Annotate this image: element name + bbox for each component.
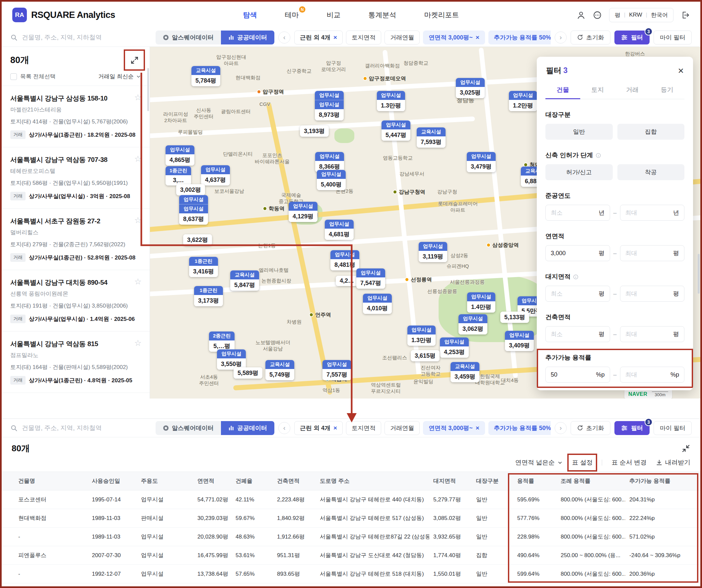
table-row[interactable]: 피엔폴루스2007-07-30업무시설16,475.99평53.61%951.3… <box>2 546 700 565</box>
map-canvas[interactable]: 압구정신현대아파트 현대백화점 압구정역 신구중학교 압구정로데오거리 갤러리아… <box>150 47 700 398</box>
listing-card[interactable]: 서울특별시 강남구 역삼동 815 ☆ 점프밀라노 토지(대) 164평 · 건… <box>2 331 150 392</box>
map-marker[interactable]: 3,193평 <box>300 125 329 137</box>
map-marker[interactable]: 5,589평 <box>234 367 262 379</box>
nav-item[interactable]: 통계분석 <box>369 10 396 20</box>
map-marker[interactable]: 업무시설 1.3만평 <box>407 326 436 346</box>
favorite-star-icon[interactable]: ☆ <box>134 154 142 163</box>
table-row[interactable]: -1989-11-03업무시설20,028.90평48.63%1,912.66평… <box>2 527 700 546</box>
range-min-input[interactable]: 최소년 <box>546 205 610 221</box>
map-marker[interactable]: 2종근린 5,…평 <box>209 332 235 352</box>
download-button[interactable]: 내려받기 <box>656 458 690 467</box>
select-all-checkbox[interactable] <box>10 73 17 80</box>
favorite-star-icon[interactable]: ☆ <box>134 215 142 225</box>
remove-chip-icon[interactable]: × <box>476 425 479 432</box>
close-icon[interactable]: × <box>678 66 684 76</box>
search-input[interactable]: 건물명, 주소, 지역, 지하철역 <box>10 33 152 42</box>
map-marker[interactable]: 1종근린 3,173평 <box>194 286 223 306</box>
favorite-star-icon[interactable]: ☆ <box>134 93 142 102</box>
filter-option-button[interactable]: 집합 <box>617 124 685 140</box>
table-settings-button[interactable]: 표 설정 <box>572 458 592 467</box>
reset-filters-button[interactable]: 초기화 <box>571 30 610 44</box>
user-icon[interactable] <box>577 11 586 20</box>
map-marker[interactable]: 업무시설 4,865평 <box>165 145 195 165</box>
filter-chip[interactable]: 거래연월 <box>384 421 420 435</box>
filter-option-button[interactable]: 허가/신고 <box>546 164 613 180</box>
map-marker[interactable]: 1종근린 3,416평 <box>189 257 218 277</box>
map-marker[interactable]: 업무시설 4,681평 <box>325 220 354 240</box>
map-marker[interactable]: 교육시설 3,459평 <box>451 362 479 382</box>
filter-button[interactable]: 필터3 <box>614 421 650 435</box>
map-marker[interactable]: 업무시설 3,062평 <box>459 314 487 335</box>
filter-panel-tab[interactable]: 건물 <box>546 81 580 99</box>
nav-item[interactable]: 탐색 <box>243 10 257 20</box>
chips-scroll-right-button[interactable]: › <box>555 31 567 43</box>
map-marker[interactable]: 교육시설 5,847평 <box>230 270 259 291</box>
range-max-input[interactable]: 최대년 <box>620 205 685 221</box>
search-input[interactable]: 건물명, 주소, 지역, 지하철역 <box>10 424 152 432</box>
my-filter-button[interactable]: 마이 필터 <box>654 30 692 44</box>
nav-item[interactable]: 비교 <box>327 10 341 20</box>
rsquare-data-button[interactable]: 알스퀘어데이터 <box>155 30 221 44</box>
map-marker[interactable]: 업무시설 업무시설 8,637평 <box>179 195 208 225</box>
table-sort-dropdown[interactable]: 연면적 넓은순 <box>515 458 563 467</box>
select-all-control[interactable]: 목록 전체선택 <box>10 73 56 80</box>
listing-card[interactable]: 서울특별시 강남구 삼성동 158-10 ☆ 마젤란21아스테리움 토지(대) … <box>2 86 150 147</box>
range-max-input[interactable]: 최대평 <box>620 245 685 261</box>
map-marker[interactable]: 업무시설 7,547평 <box>356 268 385 289</box>
filter-chip[interactable]: 추가가능 용적률 50%p~× <box>488 421 551 435</box>
map-marker[interactable]: 3,615평 <box>411 350 440 361</box>
more-menu-icon[interactable] <box>593 11 602 20</box>
nav-item[interactable]: 마켓리포트 <box>424 10 459 20</box>
filter-panel-tab[interactable]: 등기 <box>650 81 684 99</box>
range-max-input[interactable]: 최대평 <box>620 286 685 302</box>
public-data-button[interactable]: 공공데이터 <box>221 30 274 44</box>
listing-card[interactable]: 서울특별시 강남구 논현동 6-2 ☆ DOSAN150 토지(대) 264평 … <box>2 392 150 398</box>
map-marker[interactable]: 업무시설 8,366평 <box>315 152 344 172</box>
filter-chip[interactable]: 거래연월 <box>384 30 420 44</box>
filter-button[interactable]: 필터3 <box>614 30 650 44</box>
listing-card[interactable]: 서울특별시 강남구 역삼동 707-38 ☆ 테헤란로오피스텔 토지(대) 58… <box>2 147 150 208</box>
map-marker[interactable]: 5,133평 <box>500 312 529 323</box>
map-marker[interactable]: 업무시설 3,479평 <box>467 152 496 172</box>
public-data-button[interactable]: 공공데이터 <box>221 421 274 435</box>
remove-chip-icon[interactable]: × <box>333 34 337 41</box>
collapse-table-button[interactable] <box>681 444 690 453</box>
chips-scroll-right-button[interactable]: › <box>555 422 567 434</box>
reset-filters-button[interactable]: 초기화 <box>571 421 610 435</box>
favorite-star-icon[interactable]: ☆ <box>134 277 142 286</box>
filter-chip[interactable]: 추가가능 용적률 50%p~× <box>488 30 551 44</box>
map-marker[interactable]: 업무시설 4,637평 <box>201 165 230 186</box>
table-reorder-button[interactable]: 표 순서 변경 <box>611 458 647 467</box>
map-marker[interactable]: 업무시설 8,481평 <box>330 250 359 270</box>
filter-panel-tab[interactable]: 토지 <box>580 81 615 99</box>
listing-card[interactable]: 서울특별시 강남구 대치동 890-54 ☆ 선릉역 풍림아이원레몬 토지(대)… <box>2 270 150 331</box>
map-marker[interactable]: 업무시설 4,010평 <box>363 294 392 314</box>
map-marker[interactable]: 업무시설 4,253평 <box>440 338 469 358</box>
table-row[interactable]: 포스코센터1995-07-14업무시설54,771.02평42.11%2,223… <box>2 490 700 509</box>
logout-icon[interactable] <box>681 11 690 20</box>
map-marker[interactable]: 업무시설 1.3만평 <box>377 91 405 111</box>
filter-option-button[interactable]: 착공 <box>617 164 685 180</box>
map-marker[interactable]: 업무시설 3,550평 <box>217 349 246 370</box>
range-min-input[interactable]: 3,000평 <box>546 245 610 261</box>
sidebar-sort-dropdown[interactable]: 거래일 최신순 <box>98 73 141 80</box>
filter-panel-tab[interactable]: 거래 <box>615 81 650 99</box>
filter-chip[interactable]: 토지면적 <box>346 421 381 435</box>
range-min-input[interactable]: 50%p <box>546 367 610 383</box>
map-marker[interactable]: 4,2… <box>336 276 358 286</box>
table-row[interactable]: 현대백화점1989-11-03판매시설30,239.03평59.67%1,840… <box>2 509 700 527</box>
map-marker[interactable]: 교육시설 5,749평 <box>265 360 294 380</box>
map-marker[interactable]: 교육시설 7,593평 <box>417 127 446 148</box>
map-marker[interactable]: 1종근린 3,… <box>165 166 191 186</box>
map-marker[interactable]: 업무시설 1.4만평 <box>467 292 495 313</box>
map-marker[interactable]: 업무시설 5,400평 <box>317 170 346 190</box>
map-marker[interactable]: 업무시설 3,025평 <box>456 78 485 98</box>
map-marker[interactable]: 3,002평 <box>176 184 205 196</box>
table-row[interactable]: -1992-12-07업무시설13,738.64평57.65%893.65평서울… <box>2 565 700 583</box>
filter-chip[interactable]: 연면적 3,000평~× <box>423 30 485 44</box>
page-scrollbar[interactable] <box>698 254 700 294</box>
filter-chip[interactable]: 근린 외 4개× <box>294 421 343 435</box>
remove-chip-icon[interactable]: × <box>476 34 479 41</box>
filter-chip[interactable]: 근린 외 4개× <box>294 30 343 44</box>
range-min-input[interactable]: 최소평 <box>546 286 610 302</box>
